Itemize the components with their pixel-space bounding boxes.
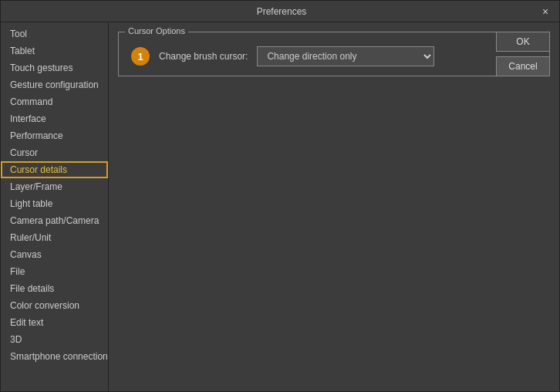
sidebar-item-gesture-configuration[interactable]: Gesture configuration xyxy=(1,76,108,93)
preferences-window: Preferences × ToolTabletTouch gesturesGe… xyxy=(0,0,560,392)
sidebar-item-smartphone-connection[interactable]: Smartphone connection xyxy=(1,348,108,365)
sidebar-item-color-conversion[interactable]: Color conversion xyxy=(1,297,108,314)
sidebar-item-command[interactable]: Command xyxy=(1,93,108,110)
ok-button[interactable]: OK xyxy=(496,32,550,52)
sidebar-item-tablet[interactable]: Tablet xyxy=(1,42,108,59)
sidebar-item-interface[interactable]: Interface xyxy=(1,110,108,127)
sidebar-item-camera-path-camera[interactable]: Camera path/Camera xyxy=(1,212,108,229)
main-content: ToolTabletTouch gesturesGesture configur… xyxy=(1,22,559,391)
sidebar: ToolTabletTouch gesturesGesture configur… xyxy=(1,22,109,391)
cursor-option-label: Change brush cursor: xyxy=(159,51,248,62)
step-badge: 1 xyxy=(131,47,150,66)
sidebar-item-canvas[interactable]: Canvas xyxy=(1,246,108,263)
title-bar: Preferences × xyxy=(1,1,559,22)
sidebar-item-file[interactable]: File xyxy=(1,263,108,280)
sidebar-item-cursor-details[interactable]: Cursor details xyxy=(1,161,108,178)
sidebar-item-edit-text[interactable]: Edit text xyxy=(1,314,108,331)
sidebar-item-file-details[interactable]: File details xyxy=(1,280,108,297)
sidebar-item-touch-gestures[interactable]: Touch gestures xyxy=(1,59,108,76)
sidebar-item-light-table[interactable]: Light table xyxy=(1,195,108,212)
change-brush-cursor-select[interactable]: Change direction onlyAlways rotateNever … xyxy=(257,46,434,66)
window-title: Preferences xyxy=(24,6,539,17)
sidebar-item-layer-frame[interactable]: Layer/Frame xyxy=(1,178,108,195)
main-area: Cursor Options 1 Change brush cursor: Ch… xyxy=(109,22,559,391)
close-button[interactable]: × xyxy=(539,5,552,18)
cursor-options-section: Cursor Options 1 Change brush cursor: Ch… xyxy=(118,32,550,76)
cursor-options-row: 1 Change brush cursor: Change direction … xyxy=(131,46,537,66)
sidebar-item-performance[interactable]: Performance xyxy=(1,127,108,144)
cancel-button[interactable]: Cancel xyxy=(496,56,550,76)
sidebar-item-cursor[interactable]: Cursor xyxy=(1,144,108,161)
sidebar-item-ruler-unit[interactable]: Ruler/Unit xyxy=(1,229,108,246)
sidebar-item-3d[interactable]: 3D xyxy=(1,331,108,348)
section-label: Cursor Options xyxy=(125,26,188,35)
sidebar-item-tool[interactable]: Tool xyxy=(1,25,108,42)
buttons-panel: OK Cancel xyxy=(496,32,550,76)
